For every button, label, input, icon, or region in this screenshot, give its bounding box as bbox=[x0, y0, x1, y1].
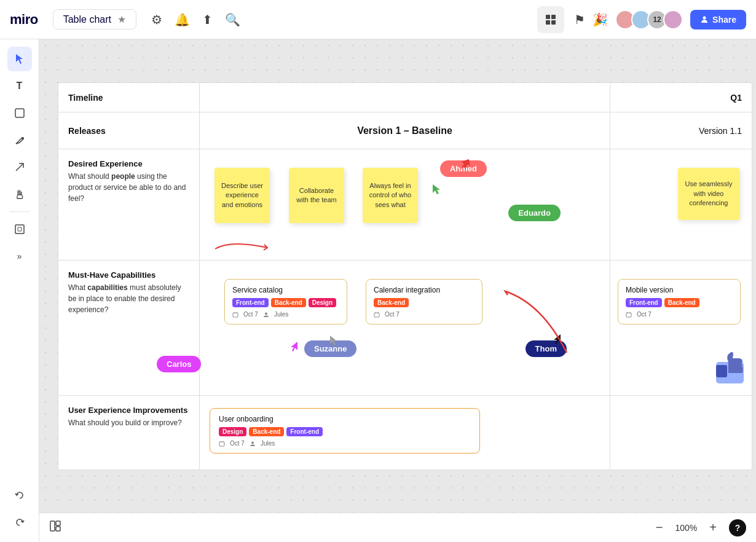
zoom-in-button[interactable]: + bbox=[704, 518, 722, 537]
search-icon[interactable]: 🔍 bbox=[225, 12, 240, 27]
header-sidebar: Timeline bbox=[58, 83, 200, 112]
svg-marker-22 bbox=[291, 342, 297, 352]
service-catalog-meta: Oct 7 Jules bbox=[232, 311, 339, 318]
layout-button[interactable] bbox=[49, 520, 61, 535]
tag-backend-2: Back-end bbox=[374, 298, 409, 307]
version1-label: Version 1 – Baseline bbox=[357, 125, 452, 136]
calendar-integration-title: Calendar integration bbox=[374, 286, 474, 294]
svg-rect-2 bbox=[546, 20, 550, 25]
topbar: miro Table chart ★ ⚙ 🔔 ⬆ 🔍 ⚑ 🎉 12 Share bbox=[0, 0, 756, 39]
avatars-group: 12 bbox=[615, 10, 683, 29]
tag-backend-ux: Back-end bbox=[249, 427, 284, 436]
svg-rect-32 bbox=[50, 521, 55, 531]
svg-rect-6 bbox=[15, 109, 24, 117]
calendar-integration-meta: Oct 7 bbox=[374, 311, 474, 318]
svg-point-4 bbox=[703, 16, 706, 19]
sticky-note-1-text: Describe user experience and emotions bbox=[219, 181, 265, 210]
svg-point-16 bbox=[265, 312, 267, 315]
pen-tool[interactable] bbox=[7, 128, 32, 152]
miro-logo: miro bbox=[10, 12, 38, 28]
sticky-note-3-text: Always feel in control of who sees what bbox=[368, 181, 413, 210]
svg-rect-23 bbox=[626, 313, 631, 317]
svg-rect-10 bbox=[18, 227, 22, 231]
mobile-version-date: Oct 7 bbox=[637, 311, 652, 318]
releases-label: Releases bbox=[68, 126, 106, 136]
ux-improvements-title: User Experience Improvements bbox=[68, 406, 189, 415]
tag-frontend-ux: Front-end bbox=[286, 427, 323, 436]
svg-marker-11 bbox=[433, 184, 440, 194]
releases-label-cell: Releases bbox=[58, 112, 200, 149]
star-icon[interactable]: ★ bbox=[117, 14, 126, 25]
desired-experience-row: Desired Experience What should people us… bbox=[58, 149, 752, 261]
sticky-tool[interactable] bbox=[7, 101, 32, 125]
svg-point-7 bbox=[22, 137, 24, 139]
svg-rect-1 bbox=[551, 15, 556, 19]
tag-backend-1: Back-end bbox=[271, 298, 306, 307]
service-catalog-date: Oct 7 bbox=[243, 311, 258, 318]
svg-line-8 bbox=[16, 163, 23, 171]
filter-icon[interactable]: ⚑ bbox=[574, 12, 585, 27]
sticky-note-1[interactable]: Describe user experience and emotions bbox=[215, 168, 270, 223]
desired-experience-content: Describe user experience and emotions Co… bbox=[200, 149, 610, 260]
sticky-note-3[interactable]: Always feel in control of who sees what bbox=[363, 168, 418, 223]
tag-frontend-3: Front-end bbox=[626, 298, 662, 307]
desired-experience-desc: Desired Experience What should people us… bbox=[58, 149, 200, 260]
frame-tool[interactable] bbox=[7, 217, 32, 242]
party-icon[interactable]: 🎉 bbox=[593, 12, 608, 27]
desired-experience-title: Desired Experience bbox=[68, 159, 189, 168]
select-tool[interactable] bbox=[7, 47, 32, 71]
calendar-integration-tags: Back-end bbox=[374, 298, 474, 307]
user-onboarding-assignee: Jules bbox=[261, 440, 275, 447]
help-button[interactable]: ? bbox=[729, 519, 746, 536]
topbar-right: ⚑ 🎉 12 Share bbox=[574, 10, 746, 29]
upload-icon[interactable]: ⬆ bbox=[202, 12, 213, 27]
toolbar-divider bbox=[10, 211, 30, 212]
tag-design-ux: Design bbox=[219, 427, 246, 436]
header-main bbox=[200, 83, 610, 112]
q1-label: Q1 bbox=[730, 93, 742, 103]
share-label: Share bbox=[712, 15, 736, 25]
svg-rect-0 bbox=[546, 15, 550, 19]
table-header: Timeline Q1 bbox=[58, 83, 752, 112]
header-q1: Q1 bbox=[610, 83, 752, 112]
desired-experience-body: What should people using the product or … bbox=[68, 171, 189, 204]
share-button[interactable]: Share bbox=[690, 10, 746, 29]
zoom-out-button[interactable]: − bbox=[651, 518, 668, 537]
mobile-version-card[interactable]: Mobile version Front-end Back-end Oct 7 bbox=[618, 279, 741, 324]
timeline-label: Timeline bbox=[68, 93, 103, 103]
calendar-integration-card[interactable]: Calendar integration Back-end Oct 7 bbox=[366, 279, 482, 324]
thumbs-up-illustration bbox=[713, 350, 747, 389]
svg-point-31 bbox=[251, 441, 254, 444]
undo-button[interactable] bbox=[7, 483, 32, 508]
service-catalog-card[interactable]: Service catalog Front-end Back-end Desig… bbox=[224, 279, 347, 324]
redo-button[interactable] bbox=[7, 510, 32, 535]
canvas[interactable]: Timeline Q1 Releases Version 1 – Baselin… bbox=[39, 39, 756, 513]
sticky-note-2-text: Collaborate with the team bbox=[294, 186, 339, 205]
avatar-4 bbox=[663, 10, 683, 29]
hand-tool[interactable] bbox=[7, 182, 32, 206]
svg-rect-28 bbox=[219, 442, 224, 446]
sticky-note-v11-text: Use seamlessly with video conferencing bbox=[683, 179, 734, 208]
eduardo-label: Eduardo bbox=[508, 205, 561, 221]
text-tool[interactable]: T bbox=[7, 74, 32, 98]
svg-marker-5 bbox=[16, 54, 23, 64]
board-title: Table chart bbox=[63, 14, 111, 25]
red-arrow-decoration bbox=[212, 237, 274, 255]
user-onboarding-card[interactable]: User onboarding Design Back-end Front-en… bbox=[210, 408, 480, 454]
must-have-body: What capabilities must absolutely be in … bbox=[68, 282, 189, 315]
releases-content-cell: Version 1 – Baseline bbox=[200, 112, 610, 149]
svg-rect-27 bbox=[716, 365, 727, 377]
title-area: Table chart ★ bbox=[53, 9, 136, 29]
arrow-tool[interactable] bbox=[7, 155, 32, 179]
sticky-note-2[interactable]: Collaborate with the team bbox=[289, 168, 344, 223]
settings-icon[interactable]: ⚙ bbox=[151, 12, 162, 27]
topbar-icons: ⚙ 🔔 ⬆ 🔍 bbox=[151, 12, 240, 27]
apps-button[interactable] bbox=[537, 6, 564, 33]
sticky-note-v11[interactable]: Use seamlessly with video conferencing bbox=[678, 168, 739, 220]
bottom-bar: − 100% + ? bbox=[39, 513, 756, 542]
bell-icon[interactable]: 🔔 bbox=[175, 12, 190, 27]
svg-marker-20 bbox=[330, 336, 337, 345]
more-tools[interactable]: » bbox=[7, 244, 32, 269]
user-onboarding-meta: Oct 7 Jules bbox=[219, 440, 471, 447]
tag-frontend-1: Front-end bbox=[232, 298, 269, 307]
